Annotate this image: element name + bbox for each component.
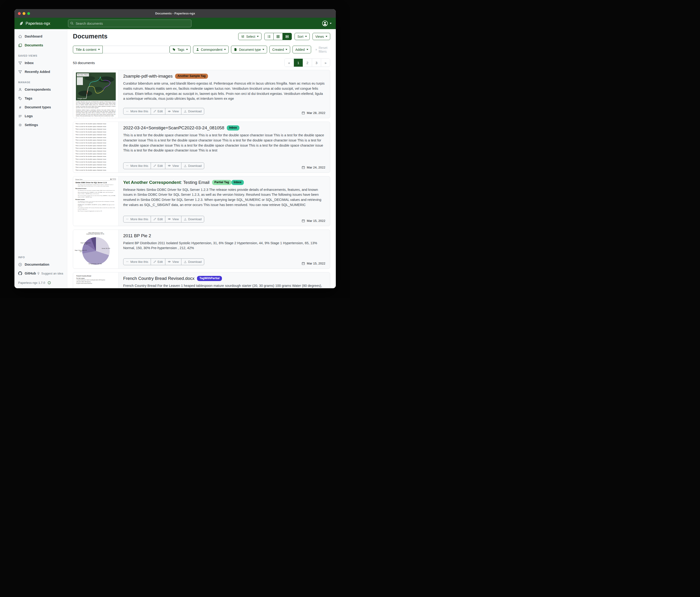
document-thumbnail[interactable]: This is a test for the double space char… (73, 122, 119, 172)
pagination-next[interactable]: » (321, 59, 330, 67)
zoom-window-button[interactable] (27, 12, 30, 15)
download-button[interactable]: Download (181, 259, 204, 265)
edit-button[interactable]: Edit (151, 259, 165, 265)
tag-icon (172, 48, 176, 51)
pagination-page-2[interactable]: 2 (303, 59, 312, 67)
document-thumbnail[interactable]: Patient BP Distribution 2011Normal, 150,… (73, 230, 119, 268)
edit-button[interactable]: Edit (151, 108, 165, 114)
brand[interactable]: Paperless-ngx (19, 21, 68, 26)
suggest-idea-label: Suggest an idea (41, 272, 63, 275)
added-filter-button[interactable]: Added (293, 46, 311, 53)
brand-name: Paperless-ngx (26, 21, 50, 26)
document-title[interactable]: 2022-03-24+Sonstige+ScanPC2022-03-24_081… (123, 125, 224, 130)
person-icon (18, 88, 22, 92)
sidebar-item-logs[interactable]: Logs (15, 112, 67, 120)
macos-titlebar: Documents - Paperless-ngx (15, 9, 336, 18)
document-title[interactable]: 2sample-pdf-with-images (123, 74, 173, 79)
person-icon (196, 48, 199, 51)
views-button[interactable]: Views (312, 33, 330, 40)
document-title[interactable]: Yet Another Correspondent: Testing Email (123, 180, 209, 185)
close-window-button[interactable] (18, 12, 21, 15)
sidebar-item-recently-added[interactable]: Recently Added (15, 67, 67, 76)
sidebar-item-documentation[interactable]: ? Documentation (15, 260, 67, 269)
view-button[interactable]: View (165, 108, 181, 114)
suggest-idea-link[interactable]: Suggest an idea (37, 272, 63, 275)
document-thumbnail[interactable]: Boundary Waters TripGoogle EarthCurabitu… (73, 70, 119, 118)
document-card: Release NotesSimbaSimba ODBC Driver for … (73, 176, 330, 226)
download-button[interactable]: Download (181, 108, 204, 114)
sidebar-item-dashboard[interactable]: Dashboard (15, 32, 67, 41)
edit-button[interactable]: Edit (151, 216, 165, 222)
x-icon: × (315, 48, 317, 51)
sort-label: Sort (297, 35, 303, 39)
correspondent-filter-button[interactable]: Correspondent (193, 46, 229, 53)
sidebar-item-label: Correspondents (25, 88, 51, 91)
created-filter-button[interactable]: Created (270, 46, 290, 53)
tag-badge[interactable]: Inbox (227, 125, 239, 130)
chevron-down-icon (262, 49, 264, 50)
edit-button[interactable]: Edit (151, 163, 165, 169)
reset-filters-button[interactable]: × Reset filters (315, 46, 330, 53)
more-like-this-button[interactable]: More like this (123, 259, 151, 265)
download-button[interactable]: Download (181, 163, 204, 169)
chevron-down-icon (306, 49, 308, 50)
eye-icon (168, 260, 171, 263)
tag-badge[interactable]: Inbox (231, 180, 244, 185)
user-menu[interactable] (322, 20, 332, 27)
sidebar-item-inbox[interactable]: Inbox (15, 58, 67, 67)
logs-icon (18, 114, 22, 118)
manage-heading: MANAGE (18, 81, 63, 83)
more-like-this-button[interactable]: More like this (123, 216, 151, 222)
document-type-filter-button[interactable]: Document type (231, 46, 267, 53)
detail-view-button[interactable] (282, 33, 292, 40)
document-thumbnail[interactable]: French Country BreadFor the Leaven1 heap… (73, 272, 119, 288)
calendar-icon (302, 219, 305, 222)
view-button[interactable]: View (165, 163, 181, 169)
tags-filter-button[interactable]: Tags (170, 46, 191, 53)
more-like-this-button[interactable]: More like this (123, 163, 151, 169)
tag-badge[interactable]: TagWithPartial (197, 276, 222, 281)
tag-badge[interactable]: Partial Tag (212, 180, 231, 185)
filter-funnel-icon (18, 61, 22, 65)
sidebar-item-correspondents[interactable]: Correspondents (15, 85, 67, 94)
pagination-page-1[interactable]: 1 (294, 59, 303, 67)
search-field-selector[interactable]: Title & content (73, 46, 103, 53)
filter-label: Created (272, 48, 284, 51)
sidebar-item-tags[interactable]: Tags (15, 94, 67, 103)
sidebar-item-documents[interactable]: Documents (15, 41, 67, 50)
search-input[interactable] (68, 20, 192, 27)
download-button[interactable]: Download (181, 216, 204, 222)
tag-badge[interactable]: Another Sample Tag (175, 74, 208, 79)
document-title[interactable]: 2011 BP Pie 2 (123, 233, 151, 238)
more-like-this-button[interactable]: More like this (123, 108, 151, 114)
chevron-down-icon (326, 36, 327, 37)
info-circle-icon[interactable]: i (48, 281, 51, 285)
sidebar-item-settings[interactable]: Settings (15, 120, 67, 129)
sort-button[interactable]: Sort (295, 33, 310, 40)
pencil-icon (153, 164, 156, 167)
sidebar-item-label: GitHub (25, 271, 36, 275)
minimize-window-button[interactable] (23, 12, 25, 15)
leaf-logo-icon (19, 21, 24, 26)
filter-label: Correspondent (201, 48, 223, 51)
sidebar-item-label: Inbox (25, 61, 34, 65)
document-card: This is a test for the double space char… (73, 122, 330, 173)
document-date: Mar 15, 2022 (302, 219, 325, 222)
document-thumbnail[interactable]: Release NotesSimbaSimba ODBC Driver for … (73, 176, 119, 226)
view-button[interactable]: View (165, 259, 181, 265)
sidebar-item-document-types[interactable]: # Document types (15, 103, 67, 112)
grid-view-button[interactable] (273, 33, 283, 40)
pagination-page-3[interactable]: 3 (312, 59, 321, 67)
sidebar-item-label: Dashboard (25, 34, 42, 38)
view-button[interactable]: View (165, 216, 181, 222)
github-icon (18, 271, 22, 276)
list-view-button[interactable] (264, 33, 274, 40)
filter-text-input[interactable] (103, 46, 170, 53)
sidebar-item-github[interactable]: GitHub (15, 269, 37, 278)
hash-icon: # (18, 105, 22, 109)
select-button[interactable]: Select (238, 33, 261, 40)
document-card: Patient BP Distribution 2011Normal, 150,… (73, 230, 330, 269)
download-icon (184, 164, 187, 167)
pagination-prev[interactable]: « (284, 59, 294, 67)
document-title[interactable]: French Country Bread Revised.docx (123, 276, 195, 281)
